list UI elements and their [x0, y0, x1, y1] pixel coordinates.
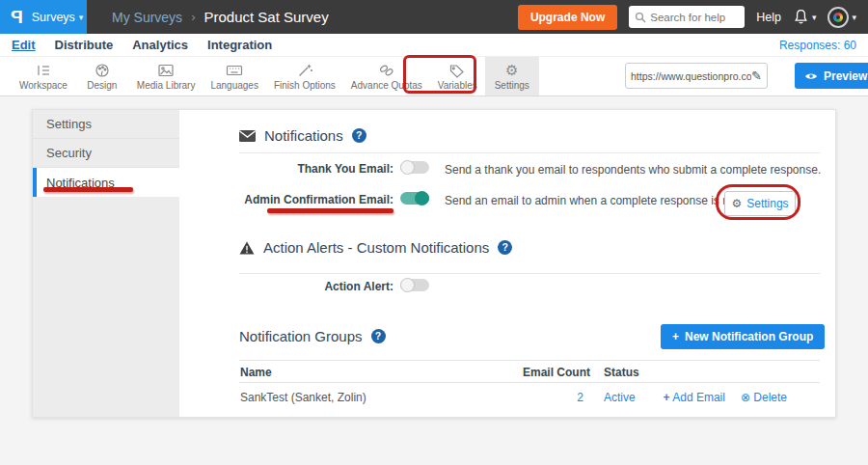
help-search-input[interactable]	[650, 12, 737, 23]
image-icon	[156, 63, 176, 78]
sidebar-item-notifications[interactable]: Notifications	[33, 168, 179, 197]
thank-you-email-label: Thank You Email:	[181, 162, 393, 176]
notifications-section-title: Notifications ?	[239, 127, 366, 144]
admin-confirmation-email-toggle[interactable]	[400, 192, 429, 205]
toolbar-label: Workspace	[19, 80, 68, 91]
sidebar-item-security[interactable]: Security	[33, 139, 179, 168]
toolbar-label: Variables	[438, 80, 477, 91]
account-menu[interactable]: ▾	[827, 7, 856, 28]
wand-icon	[295, 63, 314, 78]
chain-icon	[377, 63, 396, 78]
new-group-label: New Notification Group	[685, 330, 813, 343]
help-question-icon[interactable]: ?	[352, 128, 366, 143]
help-search-box[interactable]	[629, 6, 745, 28]
toolbar-label: Finish Options	[274, 80, 336, 91]
admin-email-settings-button[interactable]: ⚙ Settings	[724, 191, 796, 216]
section-divider	[239, 152, 820, 153]
breadcrumb-separator-icon: ›	[191, 10, 195, 24]
questionpro-logo-icon: P	[11, 7, 23, 28]
admin-confirmation-email-label: Admin Confirmation Email:	[181, 193, 393, 206]
gear-icon: ⚙	[505, 63, 518, 78]
group-name-cell: SankTest (Sanket, Zolin)	[240, 391, 366, 404]
tag-icon	[448, 63, 467, 78]
survey-url-field[interactable]: ✎	[625, 63, 768, 89]
surveys-menu[interactable]: Surveys ▾	[32, 11, 84, 24]
delete-label: Delete	[753, 391, 787, 404]
add-email-label: Add Email	[672, 391, 725, 404]
settings-card: Settings Security Notifications Notifica…	[32, 109, 836, 418]
app-screen: P Surveys ▾ My Surveys › Product Sat Sur…	[0, 0, 868, 465]
section-title-text: Notifications	[264, 127, 343, 144]
settings-button-label: Settings	[746, 197, 788, 210]
toolbar-item-design[interactable]: Design	[75, 57, 129, 96]
avatar	[827, 7, 849, 28]
chevron-down-icon: ▾	[79, 13, 84, 22]
action-alerts-section-title: Action Alerts - Custom Notifications ?	[239, 239, 512, 256]
table-row: SankTest (Sanket, Zolin) 2 Active + Add …	[239, 383, 820, 412]
brand-area[interactable]: P Surveys ▾	[0, 0, 87, 34]
tab-edit[interactable]: Edit	[12, 38, 36, 52]
tab-integration[interactable]: Integration	[207, 38, 272, 52]
topbar-right: Upgrade Now Help ▾ ▾	[518, 5, 868, 30]
toolbar-item-finish-options[interactable]: Finish Options	[266, 57, 343, 96]
row-actions: + Add Email ⊗ Delete	[664, 391, 787, 404]
col-header-email-count: Email Count	[523, 366, 590, 379]
section-title-text: Action Alerts - Custom Notifications	[263, 239, 489, 256]
toolbar-item-media-library[interactable]: Media Library	[129, 57, 203, 96]
preview-label: Preview	[824, 69, 867, 83]
action-alert-toggle[interactable]	[400, 279, 429, 291]
workspace-icon	[34, 63, 53, 78]
action-alert-label: Action Alert:	[181, 280, 393, 293]
palette-icon	[93, 63, 112, 78]
help-link[interactable]: Help	[756, 11, 781, 24]
chevron-down-icon: ▾	[812, 13, 817, 22]
col-header-status: Status	[604, 366, 639, 379]
section-divider	[239, 273, 820, 274]
preview-button[interactable]: Preview	[795, 63, 868, 89]
toolbar-item-workspace[interactable]: Workspace	[12, 57, 75, 96]
email-count-link[interactable]: 2	[577, 391, 583, 404]
table-header-row: Name Email Count Status	[239, 360, 820, 383]
edit-url-pencil-icon[interactable]: ✎	[751, 68, 762, 83]
responses-count[interactable]: Responses: 60	[779, 39, 856, 52]
toolbar-item-variables[interactable]: Variables	[430, 57, 485, 96]
settings-sidebar: Settings Security Notifications	[33, 110, 179, 417]
toolbar-item-advance-quotas[interactable]: Advance Quotas	[343, 57, 430, 96]
notifications-bell-menu[interactable]: ▾	[793, 9, 817, 25]
toolbar-label: Design	[87, 80, 117, 91]
surveys-menu-label: Surveys	[32, 11, 75, 24]
envelope-icon	[239, 130, 256, 142]
top-bar: P Surveys ▾ My Surveys › Product Sat Sur…	[0, 0, 868, 34]
chevron-down-icon: ▾	[852, 13, 856, 22]
survey-url-input[interactable]	[631, 70, 751, 82]
toolbar-item-settings[interactable]: ⚙ Settings	[485, 57, 539, 96]
sidebar-item-settings[interactable]: Settings	[33, 110, 179, 139]
bell-icon	[793, 9, 809, 25]
col-header-name: Name	[240, 366, 272, 379]
warning-triangle-icon	[239, 241, 255, 255]
help-question-icon[interactable]: ?	[371, 329, 386, 343]
thank-you-email-description: Send a thank you email to respondents wh…	[445, 163, 821, 177]
status-link[interactable]: Active	[604, 391, 636, 404]
upgrade-now-button[interactable]: Upgrade Now	[518, 5, 617, 30]
thank-you-email-toggle[interactable]	[400, 161, 429, 174]
breadcrumb-current-survey: Product Sat Survey	[203, 9, 328, 25]
tab-distribute[interactable]: Distribute	[55, 38, 114, 52]
toolbar-label: Advance Quotas	[351, 80, 422, 91]
plus-icon: +	[664, 391, 670, 404]
section-title-text: Notification Groups	[239, 328, 363, 344]
survey-nav: Edit Distribute Analytics Integration Re…	[0, 34, 868, 56]
toolbar-item-languages[interactable]: Languages	[203, 57, 266, 96]
add-email-link[interactable]: + Add Email	[664, 391, 725, 404]
eye-icon	[804, 71, 818, 81]
tab-analytics[interactable]: Analytics	[132, 38, 188, 52]
breadcrumb-my-surveys[interactable]: My Surveys	[112, 10, 182, 25]
breadcrumb: My Surveys › Product Sat Survey	[112, 9, 329, 25]
help-question-icon[interactable]: ?	[498, 240, 512, 255]
toolbar-label: Settings	[495, 80, 529, 91]
keyboard-icon	[225, 63, 244, 78]
notification-groups-table: Name Email Count Status SankTest (Sanket…	[239, 360, 820, 412]
admin-confirmation-email-description: Send an email to admin when a complete r…	[445, 194, 770, 207]
delete-link[interactable]: ⊗ Delete	[741, 391, 787, 404]
new-notification-group-button[interactable]: + New Notification Group	[661, 324, 825, 349]
